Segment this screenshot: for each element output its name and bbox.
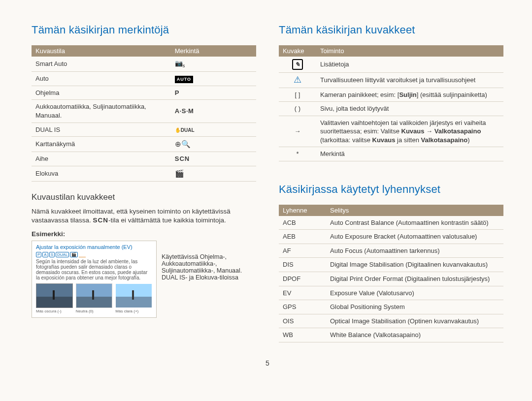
table-row: Auto AUTO	[32, 72, 256, 86]
table-row: Elokuva 🎬	[32, 166, 256, 181]
smart-auto-icon: 📷S	[175, 60, 185, 67]
badge-p: P	[36, 252, 41, 257]
example-body: Según la intensidad de la luz del ambien…	[36, 259, 152, 280]
th-func: Toiminto	[316, 45, 503, 57]
shooting-icons-heading: Kuvaustilan kuvakkeet	[32, 192, 256, 202]
asterisk-icon: *	[279, 147, 316, 161]
example-mode-badges: P A S DUAL 🎬	[36, 252, 152, 257]
th-abbr: Lyhenne	[279, 205, 326, 216]
table-row: AEBAuto Exposure Bracket (Automaattinen …	[279, 230, 503, 244]
example-note: Käytettävissä Ohjelma-, Aukkoautomatiikk…	[162, 241, 256, 281]
badge-s: S	[49, 252, 55, 257]
table-row: [ ] Kameran painikkeet; esim: [Suljin] (…	[279, 88, 503, 102]
asm-icon: A·S·M	[175, 107, 194, 115]
shooting-icons-desc: Nämä kuvakkeet ilmoittavat, että kyseine…	[32, 207, 256, 225]
table-row: Karttanäkymä ⊕🔍	[32, 137, 256, 152]
table-row: ⚠ Turvallisuuteen liittyvät varoitukset …	[279, 73, 503, 88]
example-thumbs: Más oscura (-) Neutra (0) Más clara (+)	[36, 283, 152, 313]
table-row: ACBAuto Contrast Balance (Automaattinen …	[279, 216, 503, 230]
table-row: Aukkoautomatiikka, Suljinautomatiikka, M…	[32, 100, 256, 123]
example-title: Ajustar la exposición manualmente (EV)	[36, 244, 152, 250]
callout-line	[79, 257, 86, 257]
arrow-desc: Valittavien vaihtoehtojen tai valikoiden…	[316, 116, 503, 147]
right-title-2: Käsikirjassa käytetyt lyhennykset	[279, 183, 503, 196]
movie-icon: 🎬	[175, 169, 184, 178]
table-row: DISDigital Image Stabilisation (Digitaal…	[279, 258, 503, 272]
thumb-darker: Más oscura (-)	[36, 283, 73, 313]
table-row: → Valittavien vaihtoehtojen tai valikoid…	[279, 116, 503, 147]
left-title: Tämän käsikirjan merkintöjä	[32, 24, 256, 36]
table-row: AFAuto Focus (Automaattinen tarkennus)	[279, 244, 503, 258]
table-row: ( ) Sivu, jolta tiedot löytyvät	[279, 102, 503, 116]
th-mode: Kuvaustila	[32, 45, 171, 57]
right-column: Tämän käsikirjan kuvakkeet Kuvake Toimin…	[279, 24, 503, 342]
program-icon: P	[175, 89, 179, 96]
example-box: Ajustar la exposición manualmente (EV) P…	[32, 241, 157, 318]
table-row: GPSGlobal Positioning System	[279, 300, 503, 314]
badge-dual: DUAL	[56, 252, 69, 257]
arrow-icon: →	[279, 116, 316, 147]
warning-icon: ⚠	[294, 75, 301, 85]
mode-mark-table: Kuvaustila Merkintä Smart Auto 📷S Auto A…	[32, 45, 256, 182]
table-row: EVExposure Value (Valotusarvo)	[279, 286, 503, 300]
badge-a: A	[42, 252, 48, 257]
example-label: Esimerkki:	[32, 230, 256, 238]
table-row: * Merkintä	[279, 147, 503, 161]
table-row: OISOptical Image Stabilisation (Optinen …	[279, 314, 503, 328]
table-row: Smart Auto 📷S	[32, 57, 256, 72]
badge-film: 🎬	[70, 252, 78, 257]
dual-is-icon: ✋DUAL	[175, 127, 195, 133]
icon-function-table: Kuvake Toiminto ✎ Lisätietoja ⚠ Turvalli…	[279, 45, 503, 161]
thumb-brighter: Más clara (+)	[115, 283, 152, 313]
table-row: WBWhite Balance (Valkotasapaino)	[279, 328, 503, 342]
table-row: ✎ Lisätietoja	[279, 57, 503, 73]
scn-inline-icon: SCN	[93, 216, 109, 224]
info-icon: ✎	[292, 59, 303, 70]
right-title-1: Tämän käsikirjan kuvakkeet	[279, 24, 503, 36]
table-row: DUAL IS ✋DUAL	[32, 123, 256, 137]
table-row: DPOFDigital Print Order Format (Digitaal…	[279, 272, 503, 286]
scene-icon: SCN	[175, 155, 190, 162]
brackets-desc: Kameran painikkeet; esim: [Suljin] (esit…	[316, 88, 503, 102]
example-wrapper: Ajustar la exposición manualmente (EV) P…	[32, 241, 256, 318]
left-column: Tämän käsikirjan merkintöjä Kuvaustila M…	[32, 24, 256, 342]
map-view-icon: ⊕🔍	[175, 140, 191, 148]
thumb-neutral: Neutra (0)	[76, 283, 113, 313]
brackets-icon: [ ]	[279, 88, 316, 102]
parens-icon: ( )	[279, 102, 316, 116]
auto-icon: AUTO	[175, 76, 193, 83]
th-def: Selitys	[326, 205, 503, 216]
th-icon: Kuvake	[279, 45, 316, 57]
table-row: Aihe SCN	[32, 152, 256, 166]
page-number: 5	[32, 359, 503, 367]
page-columns: Tämän käsikirjan merkintöjä Kuvaustila M…	[32, 24, 503, 342]
table-row: Ohjelma P	[32, 86, 256, 100]
abbreviation-table: Lyhenne Selitys ACBAuto Contrast Balance…	[279, 205, 503, 342]
th-mark: Merkintä	[171, 45, 256, 57]
